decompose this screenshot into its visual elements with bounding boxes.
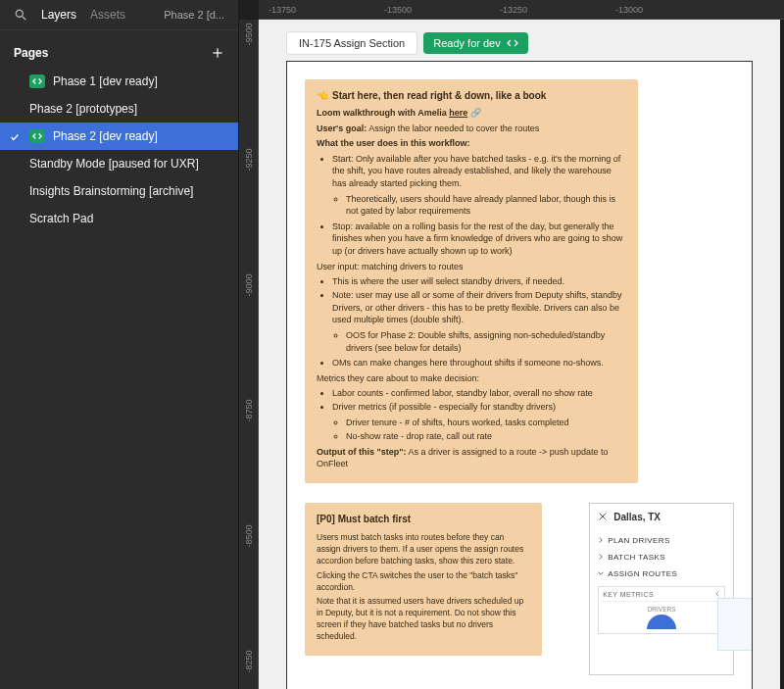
page-label: Scratch Pad — [29, 212, 93, 225]
loom-line: Loom walkthrough with Amelia here 🔗 — [317, 107, 626, 120]
workflow-list: Start: Only available after you have bat… — [332, 153, 626, 258]
chevron-down-icon — [598, 570, 604, 576]
page-label: Phase 1 [dev ready] — [53, 74, 158, 88]
page-label: Standby Mode [paused for UXR] — [29, 157, 199, 171]
ruler-tick: -13250 — [500, 5, 527, 15]
goal-line: User's goal: Assign the labor needed to … — [317, 123, 626, 135]
input-label: User input: matching drivers to routes — [317, 261, 626, 273]
mock-panel-inner: KEY METRICS DRIVERS — [598, 586, 725, 634]
note-title: 👈 Start here, then read right & down, li… — [317, 89, 626, 103]
current-page-badge[interactable]: Phase 2 [d... — [164, 9, 224, 21]
mock-location: Dallas, TX — [598, 512, 725, 522]
note2-p2: Clicking the CTA switches the user to th… — [317, 570, 530, 594]
layers-sidebar: Layers Assets Phase 2 [d... Pages Phase … — [0, 0, 239, 689]
ruler-tick: -9250 — [244, 148, 254, 171]
page-label: Phase 2 [prototypes] — [29, 102, 137, 116]
ruler-tick: -8250 — [244, 650, 254, 672]
page-item[interactable]: Insights Brainstorming [archive] — [0, 177, 238, 205]
design-frame[interactable]: 👈 Start here, then read right & down, li… — [286, 61, 753, 689]
ready-label: Ready for dev — [433, 37, 500, 49]
page-item[interactable]: Phase 1 [dev ready] — [0, 68, 238, 95]
code-icon — [507, 38, 518, 48]
tab-assets[interactable]: Assets — [90, 8, 125, 22]
check-icon — [10, 131, 20, 141]
pages-header: Pages — [0, 30, 238, 68]
pages-list: Phase 1 [dev ready]Phase 2 [prototypes]P… — [0, 68, 238, 232]
ready-for-dev-pill[interactable]: Ready for dev — [423, 32, 527, 54]
canvas-area: -13750-13500-13250-13000 -9500-9250-9000… — [239, 0, 784, 689]
ruler-tick: -9500 — [244, 23, 254, 45]
chevron-left-icon — [714, 591, 720, 597]
note-start-here[interactable]: 👈 Start here, then read right & down, li… — [305, 79, 638, 483]
mock-item-assign[interactable]: ASSIGN ROUTES — [598, 566, 725, 582]
crosshair-icon — [598, 512, 608, 521]
page-item[interactable]: Scratch Pad — [0, 205, 238, 232]
page-item[interactable]: Standby Mode [paused for UXR] — [0, 150, 238, 177]
frame-tab[interactable]: IN-175 Assign Section — [286, 31, 417, 55]
chevron-right-icon — [598, 537, 604, 543]
page-label: Phase 2 [dev ready] — [53, 129, 158, 143]
mock-drivers-label: DRIVERS — [603, 606, 720, 613]
workflow-label: What the user does in this workflow: — [317, 137, 626, 150]
ruler-tick: -9000 — [244, 273, 254, 296]
chevron-right-icon — [598, 554, 604, 560]
ruler-tick: -13750 — [269, 5, 296, 15]
note2-p3: Note that it is assumed users have drive… — [317, 596, 530, 643]
mock-item-batch[interactable]: BATCH TASKS — [598, 549, 725, 566]
canvas[interactable]: IN-175 Assign Section Ready for dev 👈 St… — [259, 20, 780, 689]
ruler-tick: -8500 — [244, 524, 254, 547]
pointing-hand-icon: 👈 — [317, 89, 328, 103]
note2-title: [P0] Must batch first — [317, 513, 530, 526]
mock-subheader: KEY METRICS — [603, 591, 720, 602]
plus-icon[interactable] — [211, 46, 224, 60]
mockup-panel[interactable]: Dallas, TX PLAN DRIVERS BATCH TASKS ASSI… — [589, 503, 734, 675]
ruler-tick: -13000 — [615, 5, 643, 15]
frame-header: IN-175 Assign Section Ready for dev — [259, 20, 780, 61]
output-line: Output of this "step": As a driver is as… — [317, 446, 626, 470]
mock-item-plan[interactable]: PLAN DRIVERS — [598, 532, 725, 549]
dev-ready-icon — [29, 74, 45, 88]
metrics-list: Labor counts - confirmed labor, standby … — [332, 387, 626, 442]
input-list: This is where the user will select stand… — [332, 275, 626, 369]
dev-ready-icon — [29, 129, 45, 143]
ruler-tick: -13500 — [384, 5, 412, 15]
mock-chart-circle — [647, 615, 676, 629]
tab-layers[interactable]: Layers — [41, 8, 76, 22]
sidebar-tabs: Layers Assets Phase 2 [d... — [0, 0, 238, 30]
mock-side-panel — [717, 598, 753, 651]
ruler-tick: -8750 — [244, 399, 254, 421]
page-item[interactable]: Phase 2 [prototypes] — [0, 95, 238, 123]
below-row: [P0] Must batch first Users must batch t… — [305, 503, 734, 675]
ruler-vertical: -9500-9250-9000-8750-8500-8250 — [239, 20, 259, 689]
search-icon[interactable] — [14, 8, 27, 22]
svg-point-0 — [16, 10, 23, 17]
ruler-horizontal: -13750-13500-13250-13000 — [259, 0, 784, 20]
metrics-label: Metrics they care about to make decision… — [317, 372, 626, 385]
page-item[interactable]: Phase 2 [dev ready] — [0, 123, 238, 150]
pages-title: Pages — [14, 46, 48, 60]
svg-line-1 — [23, 17, 26, 21]
page-label: Insights Brainstorming [archive] — [29, 184, 193, 198]
note2-p1: Users must batch tasks into routes befor… — [317, 532, 530, 567]
note-must-batch[interactable]: [P0] Must batch first Users must batch t… — [305, 503, 542, 656]
